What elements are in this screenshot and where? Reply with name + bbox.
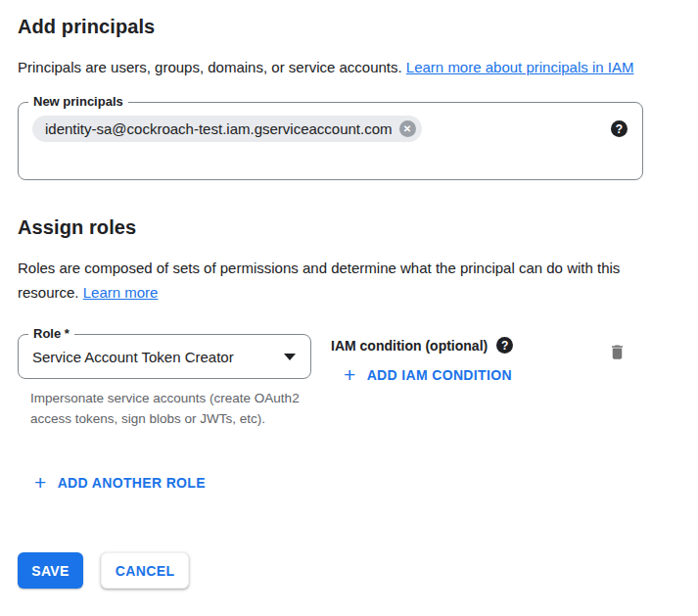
delete-role-button[interactable] <box>608 342 627 362</box>
role-row: Role * Service Account Token Creator Imp… <box>18 334 643 429</box>
iam-condition-help-icon[interactable]: ? <box>496 337 513 354</box>
add-another-role-button[interactable]: + ADD ANOTHER ROLE <box>34 474 206 492</box>
assign-roles-title: Assign roles <box>18 216 643 239</box>
role-value: Service Account Token Creator <box>32 349 234 365</box>
save-button[interactable]: SAVE <box>18 552 83 589</box>
role-column: Role * Service Account Token Creator Imp… <box>18 334 311 429</box>
iam-condition-column: IAM condition (optional) ? + ADD IAM CON… <box>331 334 608 386</box>
add-iam-condition-label: ADD IAM CONDITION <box>367 367 512 383</box>
intro-paragraph: Principals are users, groups, domains, o… <box>18 55 643 79</box>
intro-text: Principals are users, groups, domains, o… <box>18 59 406 75</box>
principals-help-icon[interactable]: ? <box>611 120 628 137</box>
delete-icon <box>608 342 627 362</box>
new-principals-label: New principals <box>28 94 128 110</box>
learn-more-roles-link[interactable]: Learn more <box>83 284 159 301</box>
chip-remove-icon[interactable]: ✕ <box>399 120 416 137</box>
role-helper-text: Impersonate service accounts (create OAu… <box>30 388 311 429</box>
cancel-button[interactable]: CANCEL <box>101 552 189 589</box>
assign-roles-paragraph: Roles are composed of sets of permission… <box>18 256 643 305</box>
page-title: Add principals <box>18 16 643 38</box>
role-select[interactable]: Role * Service Account Token Creator <box>18 334 311 379</box>
delete-role-column <box>608 334 643 366</box>
action-buttons: SAVE CANCEL <box>18 552 643 589</box>
role-label: Role * <box>28 326 74 342</box>
iam-condition-label-row: IAM condition (optional) ? <box>331 337 608 354</box>
principal-chip: identity-sa@cockroach-test.iam.gservicea… <box>32 116 422 142</box>
add-another-role-label: ADD ANOTHER ROLE <box>58 475 206 491</box>
new-principals-field[interactable]: New principals identity-sa@cockroach-tes… <box>18 102 643 180</box>
plus-icon: + <box>344 366 356 384</box>
add-iam-condition-button[interactable]: + ADD IAM CONDITION <box>344 366 512 384</box>
plus-icon: + <box>34 474 47 492</box>
add-principals-panel: Add principals Principals are users, gro… <box>0 0 643 589</box>
principal-chip-text: identity-sa@cockroach-test.iam.gservicea… <box>45 120 393 137</box>
dropdown-arrow-icon <box>284 354 296 360</box>
learn-more-principals-link[interactable]: Learn more about principals in IAM <box>406 59 634 75</box>
iam-condition-label: IAM condition (optional) <box>331 338 488 354</box>
